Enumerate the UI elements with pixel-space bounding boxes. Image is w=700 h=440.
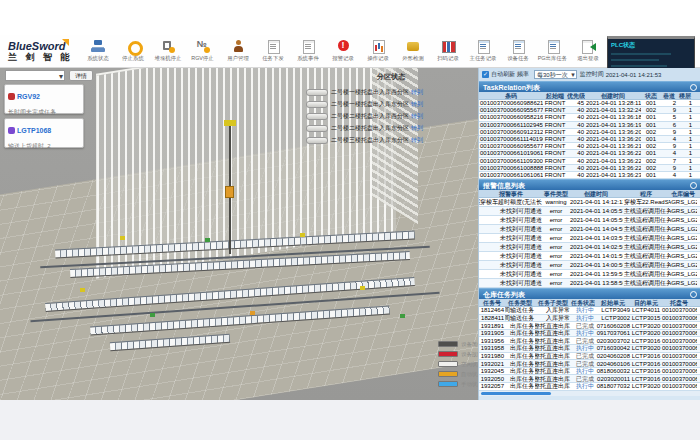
table-row[interactable]: 未找到可用通道error2021-04-01 14:05:57主线流程调用任务请… bbox=[479, 207, 700, 216]
table-row[interactable]: 00100370006609123123FRONT402021-04-01 13… bbox=[479, 129, 700, 136]
alert-card-lctp[interactable]: LGTP1068 输送上货超时_2 bbox=[4, 118, 84, 148]
column-header[interactable]: 报警事件 bbox=[479, 190, 543, 197]
column-header[interactable]: 目的单元 bbox=[631, 299, 661, 306]
toolbar-item-5[interactable]: 任务下发 bbox=[255, 39, 290, 63]
zone-status-pill[interactable] bbox=[306, 113, 328, 120]
gear-icon[interactable] bbox=[690, 182, 697, 189]
table-row[interactable]: 未找到可用通道error2021-04-01 13:59:56主线流程调用任务请… bbox=[479, 270, 700, 279]
table-cell: 40 bbox=[567, 150, 585, 156]
toolbar-item-1[interactable]: 停止系统 bbox=[115, 39, 150, 63]
column-header[interactable]: 创建时间 bbox=[585, 92, 641, 99]
column-header[interactable]: 仓库编号 bbox=[669, 190, 697, 197]
table-row[interactable]: 1931956出库任务整托直连出库已完成0203003702LCTP301600… bbox=[479, 337, 700, 345]
table-row[interactable]: 00100370006610190619FRONT402021-04-01 13… bbox=[479, 150, 700, 157]
column-header[interactable]: 创建时间 bbox=[569, 190, 623, 197]
table-cell: 出库任务 bbox=[505, 375, 535, 382]
table-cell: 0716060208 bbox=[595, 322, 631, 329]
table-row[interactable]: 1931958出库任务整托直连出库执行中0716030042LCTP302000… bbox=[479, 345, 700, 353]
alert-card-rgv[interactable]: RGV92 长时间未完成任务 bbox=[4, 84, 84, 114]
table-row[interactable]: 00100370006610088881FRONT402021-04-01 13… bbox=[479, 165, 700, 172]
column-header[interactable]: 事件类型 bbox=[543, 190, 569, 197]
gear-icon[interactable] bbox=[690, 84, 697, 91]
zone-goto-link[interactable]: 转到 bbox=[411, 112, 423, 121]
table-row[interactable]: 2号七层穿梭车超时额度(无法长warning2021-04-01 14:12:1… bbox=[479, 198, 700, 207]
toolbar-item-6[interactable]: 系统事件 bbox=[290, 39, 325, 63]
toolbar-item-label: 停止系统 bbox=[122, 54, 144, 62]
zone-goto-link[interactable]: 转到 bbox=[411, 100, 423, 109]
scrollbar-thumb[interactable] bbox=[481, 392, 551, 395]
column-header[interactable]: 起始单元 bbox=[595, 299, 631, 306]
table-row[interactable]: 未找到可用通道error2021-04-01 14:04:56主线流程调用任务请… bbox=[479, 225, 700, 234]
table-row[interactable]: 1932057出库任务整托直连出库执行中0818077032LCTP302000… bbox=[479, 383, 700, 391]
table-row[interactable]: 00100370006610610613FRONT402021-04-01 13… bbox=[479, 172, 700, 179]
zone-status-pill[interactable] bbox=[306, 125, 328, 132]
table-row[interactable]: 00100370006609556770FRONT402021-04-01 13… bbox=[479, 107, 700, 114]
table-row[interactable]: 未找到可用通道error2021-04-01 14:01:56主线流程调用任务请… bbox=[479, 252, 700, 261]
table-cell: 入库异常 bbox=[535, 315, 571, 322]
toolbar-item-10[interactable]: 扫码记录 bbox=[430, 39, 465, 63]
zone-goto-link[interactable]: 转到 bbox=[411, 136, 423, 145]
zone-goto-link[interactable]: 转到 bbox=[411, 124, 423, 133]
table-row[interactable]: 1931891出库任务整托直连出库已完成0716060208LCTP302000… bbox=[479, 322, 700, 330]
toolbar-item-7[interactable]: 报警记录 bbox=[325, 39, 360, 63]
toolbar-item-0[interactable]: 系统状态 bbox=[80, 39, 115, 63]
column-header[interactable]: 任务号 bbox=[479, 299, 505, 306]
gear-icon[interactable] bbox=[690, 291, 697, 298]
table-row[interactable]: 未找到可用通道error2021-04-01 14:02:56主线流程调用任务请… bbox=[479, 243, 700, 252]
alert-filter-select[interactable] bbox=[5, 70, 65, 81]
column-header[interactable]: 任务类型 bbox=[505, 299, 535, 306]
column-header[interactable]: 巷道 bbox=[661, 92, 677, 99]
table-row[interactable]: 未找到可用通道error2021-04-01 13:58:56主线流程调用任务请… bbox=[479, 279, 700, 288]
toolbar-item-3[interactable]: RGV停止 bbox=[185, 39, 220, 63]
refresh-frequency-select[interactable]: 每30秒一次 bbox=[534, 70, 577, 79]
detail-button[interactable]: 详情 bbox=[69, 70, 93, 81]
table-row[interactable]: 00100370006611140190FRONT402021-04-01 13… bbox=[479, 136, 700, 143]
column-header[interactable]: 程序 bbox=[623, 190, 669, 197]
zone-goto-link[interactable]: 转到 bbox=[411, 88, 423, 97]
legend-label: 设备故障 bbox=[461, 350, 478, 358]
horizontal-scrollbar[interactable] bbox=[479, 391, 700, 396]
toolbar-item-9[interactable]: 外形检测 bbox=[395, 39, 430, 63]
table-row[interactable]: 00100370006611093005FRONT402021-04-01 13… bbox=[479, 158, 700, 165]
column-header[interactable]: 托盘号 bbox=[661, 299, 697, 306]
warehouse-3d-viewport[interactable]: 详情 RGV92 长时间未完成任务 LGTP1068 输送上货超时_2 分区状态… bbox=[0, 68, 478, 400]
table-row[interactable]: 未找到可用通道error2021-04-01 14:05:56主线流程调用任务请… bbox=[479, 216, 700, 225]
toolbar-item-13[interactable]: PG出库任务 bbox=[535, 39, 570, 63]
table-row[interactable]: 00100370006609886219FRONT452021-04-01 13… bbox=[479, 100, 700, 107]
column-header[interactable]: 状态 bbox=[641, 92, 661, 99]
column-header[interactable]: 任务子类型 bbox=[535, 299, 571, 306]
column-header[interactable]: 起始端 bbox=[543, 92, 567, 99]
zone-row: 二号楼二楼托盘出入库东分区转到 bbox=[306, 122, 476, 134]
table-row[interactable]: 1931980出库任务整托直连出库已完成0204060208LCTP301600… bbox=[479, 353, 700, 361]
zone-status-pill[interactable] bbox=[306, 101, 328, 108]
table-row[interactable]: 1812464库间输送任务入库异常执行中LCTP3049LCTP40110010… bbox=[479, 307, 700, 315]
column-header[interactable]: 任务状态 bbox=[571, 299, 595, 306]
table-row[interactable]: 1932045出库任务整托直连出库执行中0818060032LCTP301600… bbox=[479, 368, 700, 376]
table-row[interactable]: 未找到可用通道error2021-04-01 14:00:56主线流程调用任务请… bbox=[479, 261, 700, 270]
table-row[interactable]: 未找到可用通道error2021-04-01 14:03:56主线流程调用任务请… bbox=[479, 234, 700, 243]
table-row[interactable]: 1828411库间输送任务入库异常执行中LCTP3002LCTP30150010… bbox=[479, 315, 700, 323]
column-header[interactable]: 条码 bbox=[479, 92, 543, 99]
toolbar-item-2[interactable]: 堆垛机停止 bbox=[150, 39, 185, 63]
column-header[interactable]: 楼层 bbox=[677, 92, 693, 99]
toolbar-item-4[interactable]: 用户管理 bbox=[220, 39, 255, 63]
zone-label: 二号楼二楼托盘出入库西分区 bbox=[331, 112, 409, 121]
table-row[interactable]: 1932021出库任务整托直连出库已完成0204060106LCTP301600… bbox=[479, 360, 700, 368]
table-row[interactable]: 00100370006611029457FRONT402021-04-01 13… bbox=[479, 122, 700, 129]
table-cell: 0010037000660 bbox=[661, 337, 697, 344]
toolbar-item-label: 扫码记录 bbox=[437, 54, 459, 62]
table-row[interactable]: 1931905出库任务整托直连出库执行中0917037061LCTP302000… bbox=[479, 330, 700, 338]
table-row[interactable]: 00100370006609582162FRONT402021-04-01 13… bbox=[479, 114, 700, 121]
toolbar-item-8[interactable]: 操作记录 bbox=[360, 39, 395, 63]
zone-status-pill[interactable] bbox=[306, 89, 328, 96]
toolbar-item-14[interactable]: 退出登录 bbox=[570, 39, 605, 63]
table-cell: 1828411 bbox=[479, 315, 505, 322]
column-header[interactable]: 优先级 bbox=[567, 92, 585, 99]
table-row[interactable]: 00100370006609556770FRONT402021-04-01 13… bbox=[479, 143, 700, 150]
table-row[interactable]: 1932050出库任务整托直连出库已完成0203020011LCTP301600… bbox=[479, 375, 700, 383]
zone-status-pill[interactable] bbox=[306, 137, 328, 144]
toolbar-item-11[interactable]: 主任务记录 bbox=[465, 39, 500, 63]
toolbar-item-12[interactable]: 设备任务 bbox=[500, 39, 535, 63]
taskrelation-table: 条码起始端优先级创建时间状态巷道楼层00100370006609886219FR… bbox=[479, 92, 700, 179]
auto-refresh-checkbox[interactable]: ✓ bbox=[482, 71, 489, 78]
